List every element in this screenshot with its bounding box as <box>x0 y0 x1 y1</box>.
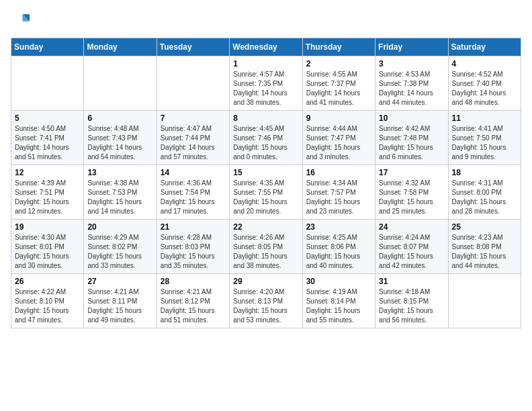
day-info: Sunrise: 4:44 AMSunset: 7:47 PMDaylight:… <box>306 124 371 162</box>
weekday-header: Monday <box>84 38 157 56</box>
day-info: Sunrise: 4:50 AMSunset: 7:41 PMDaylight:… <box>15 124 80 162</box>
day-number: 19 <box>15 222 80 232</box>
day-number: 5 <box>15 113 80 123</box>
calendar-day-cell: 31Sunrise: 4:18 AMSunset: 8:15 PMDayligh… <box>375 274 448 328</box>
day-info: Sunrise: 4:36 AMSunset: 7:54 PMDaylight:… <box>161 179 226 216</box>
calendar-day-cell: 17Sunrise: 4:32 AMSunset: 7:58 PMDayligh… <box>375 165 448 220</box>
day-number: 30 <box>306 277 371 286</box>
day-number: 31 <box>379 277 444 286</box>
day-number: 7 <box>161 113 226 123</box>
day-number: 17 <box>379 168 444 177</box>
day-info: Sunrise: 4:21 AMSunset: 8:11 PMDaylight:… <box>87 287 152 325</box>
day-number: 26 <box>15 277 80 286</box>
day-number: 25 <box>452 222 517 232</box>
weekday-header: Saturday <box>448 38 521 56</box>
day-number: 6 <box>87 113 152 123</box>
day-number: 21 <box>161 222 226 232</box>
calendar: SundayMondayTuesdayWednesdayThursdayFrid… <box>11 38 521 328</box>
calendar-day-cell: 28Sunrise: 4:21 AMSunset: 8:12 PMDayligh… <box>157 274 229 328</box>
day-number: 9 <box>306 113 371 123</box>
day-info: Sunrise: 4:52 AMSunset: 7:40 PMDaylight:… <box>452 70 517 107</box>
calendar-week-row: 1Sunrise: 4:57 AMSunset: 7:35 PMDaylight… <box>11 56 521 111</box>
day-number: 22 <box>233 222 298 232</box>
calendar-week-row: 19Sunrise: 4:30 AMSunset: 8:01 PMDayligh… <box>11 220 521 274</box>
calendar-day-cell: 3Sunrise: 4:53 AMSunset: 7:38 PMDaylight… <box>375 56 448 111</box>
day-number: 13 <box>87 168 152 177</box>
calendar-day-cell: 4Sunrise: 4:52 AMSunset: 7:40 PMDaylight… <box>448 56 521 111</box>
weekday-header: Friday <box>375 38 448 56</box>
day-info: Sunrise: 4:25 AMSunset: 8:06 PMDaylight:… <box>306 233 371 271</box>
day-info: Sunrise: 4:19 AMSunset: 8:14 PMDaylight:… <box>306 287 371 325</box>
page-header <box>11 11 521 30</box>
day-number: 4 <box>452 59 517 68</box>
day-number: 12 <box>15 168 80 177</box>
calendar-day-cell: 10Sunrise: 4:42 AMSunset: 7:48 PMDayligh… <box>375 111 448 165</box>
day-number: 1 <box>233 59 298 68</box>
calendar-day-cell: 25Sunrise: 4:23 AMSunset: 8:08 PMDayligh… <box>448 220 521 274</box>
day-info: Sunrise: 4:21 AMSunset: 8:12 PMDaylight:… <box>161 287 226 325</box>
calendar-day-cell: 14Sunrise: 4:36 AMSunset: 7:54 PMDayligh… <box>157 165 229 220</box>
calendar-day-cell: 21Sunrise: 4:28 AMSunset: 8:03 PMDayligh… <box>157 220 229 274</box>
day-info: Sunrise: 4:31 AMSunset: 8:00 PMDaylight:… <box>452 179 517 216</box>
day-info: Sunrise: 4:55 AMSunset: 7:37 PMDaylight:… <box>306 70 371 107</box>
day-info: Sunrise: 4:45 AMSunset: 7:46 PMDaylight:… <box>233 124 298 162</box>
calendar-header-row: SundayMondayTuesdayWednesdayThursdayFrid… <box>11 38 521 56</box>
day-info: Sunrise: 4:24 AMSunset: 8:07 PMDaylight:… <box>379 233 444 271</box>
calendar-day-cell: 16Sunrise: 4:34 AMSunset: 7:57 PMDayligh… <box>302 165 375 220</box>
day-info: Sunrise: 4:29 AMSunset: 8:02 PMDaylight:… <box>87 233 152 271</box>
day-number: 24 <box>379 222 444 232</box>
day-number: 15 <box>233 168 298 177</box>
day-number: 3 <box>379 59 444 68</box>
calendar-day-cell: 18Sunrise: 4:31 AMSunset: 8:00 PMDayligh… <box>448 165 521 220</box>
day-info: Sunrise: 4:23 AMSunset: 8:08 PMDaylight:… <box>452 233 517 271</box>
day-number: 2 <box>306 59 371 68</box>
weekday-header: Wednesday <box>230 38 302 56</box>
calendar-day-cell <box>157 56 229 111</box>
day-number: 10 <box>379 113 444 123</box>
calendar-day-cell: 27Sunrise: 4:21 AMSunset: 8:11 PMDayligh… <box>84 274 157 328</box>
calendar-day-cell: 13Sunrise: 4:38 AMSunset: 7:53 PMDayligh… <box>84 165 157 220</box>
calendar-day-cell: 12Sunrise: 4:39 AMSunset: 7:51 PMDayligh… <box>11 165 84 220</box>
day-number: 27 <box>87 277 152 286</box>
calendar-day-cell: 9Sunrise: 4:44 AMSunset: 7:47 PMDaylight… <box>302 111 375 165</box>
day-info: Sunrise: 4:34 AMSunset: 7:57 PMDaylight:… <box>306 179 371 216</box>
calendar-day-cell: 1Sunrise: 4:57 AMSunset: 7:35 PMDaylight… <box>230 56 302 111</box>
day-number: 18 <box>452 168 517 177</box>
calendar-day-cell: 24Sunrise: 4:24 AMSunset: 8:07 PMDayligh… <box>375 220 448 274</box>
day-info: Sunrise: 4:42 AMSunset: 7:48 PMDaylight:… <box>379 124 444 162</box>
day-info: Sunrise: 4:30 AMSunset: 8:01 PMDaylight:… <box>15 233 80 271</box>
day-info: Sunrise: 4:48 AMSunset: 7:43 PMDaylight:… <box>87 124 152 162</box>
calendar-day-cell: 8Sunrise: 4:45 AMSunset: 7:46 PMDaylight… <box>230 111 302 165</box>
weekday-header: Sunday <box>11 38 84 56</box>
calendar-week-row: 26Sunrise: 4:22 AMSunset: 8:10 PMDayligh… <box>11 274 521 328</box>
calendar-day-cell: 30Sunrise: 4:19 AMSunset: 8:14 PMDayligh… <box>302 274 375 328</box>
day-info: Sunrise: 4:38 AMSunset: 7:53 PMDaylight:… <box>87 179 152 216</box>
day-info: Sunrise: 4:47 AMSunset: 7:44 PMDaylight:… <box>161 124 226 162</box>
calendar-day-cell: 29Sunrise: 4:20 AMSunset: 8:13 PMDayligh… <box>230 274 302 328</box>
calendar-week-row: 12Sunrise: 4:39 AMSunset: 7:51 PMDayligh… <box>11 165 521 220</box>
day-info: Sunrise: 4:57 AMSunset: 7:35 PMDaylight:… <box>233 70 298 107</box>
calendar-day-cell <box>11 56 84 111</box>
day-info: Sunrise: 4:22 AMSunset: 8:10 PMDaylight:… <box>15 287 80 325</box>
day-info: Sunrise: 4:53 AMSunset: 7:38 PMDaylight:… <box>379 70 444 107</box>
day-number: 8 <box>233 113 298 123</box>
day-number: 28 <box>161 277 226 286</box>
weekday-header: Tuesday <box>157 38 229 56</box>
calendar-day-cell: 11Sunrise: 4:41 AMSunset: 7:50 PMDayligh… <box>448 111 521 165</box>
day-number: 29 <box>233 277 298 286</box>
calendar-day-cell: 23Sunrise: 4:25 AMSunset: 8:06 PMDayligh… <box>302 220 375 274</box>
day-info: Sunrise: 4:26 AMSunset: 8:05 PMDaylight:… <box>233 233 298 271</box>
day-number: 16 <box>306 168 371 177</box>
calendar-day-cell: 26Sunrise: 4:22 AMSunset: 8:10 PMDayligh… <box>11 274 84 328</box>
logo-icon <box>11 11 30 30</box>
day-info: Sunrise: 4:28 AMSunset: 8:03 PMDaylight:… <box>161 233 226 271</box>
calendar-day-cell <box>84 56 157 111</box>
day-info: Sunrise: 4:20 AMSunset: 8:13 PMDaylight:… <box>233 287 298 325</box>
day-number: 14 <box>161 168 226 177</box>
calendar-day-cell: 22Sunrise: 4:26 AMSunset: 8:05 PMDayligh… <box>230 220 302 274</box>
day-info: Sunrise: 4:32 AMSunset: 7:58 PMDaylight:… <box>379 179 444 216</box>
day-info: Sunrise: 4:18 AMSunset: 8:15 PMDaylight:… <box>379 287 444 325</box>
day-info: Sunrise: 4:39 AMSunset: 7:51 PMDaylight:… <box>15 179 80 216</box>
calendar-week-row: 5Sunrise: 4:50 AMSunset: 7:41 PMDaylight… <box>11 111 521 165</box>
day-number: 23 <box>306 222 371 232</box>
